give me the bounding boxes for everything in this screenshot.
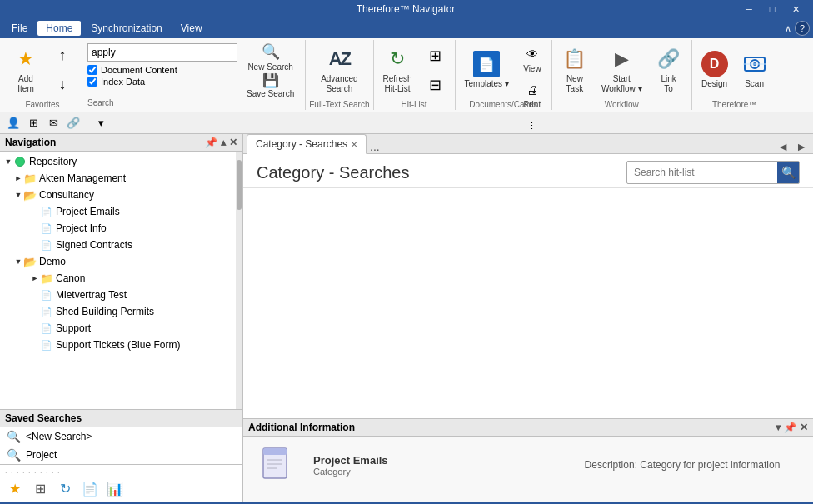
hitlist-btn2-icon: ⊟ xyxy=(426,75,446,95)
new-search-saved-item[interactable]: 🔍 <New Search> xyxy=(0,427,242,446)
tree-item-akten[interactable]: ► 📁 Akten Management xyxy=(0,170,236,187)
toolbar-person-button[interactable]: 👤 xyxy=(5,115,22,132)
index-data-check[interactable] xyxy=(87,77,97,87)
bottom-refresh-icon[interactable]: ↻ xyxy=(55,478,75,498)
demo-toggle[interactable]: ▼ xyxy=(13,257,23,267)
ribbon-group-workflow: 📋 NewTask ▶ StartWorkflow ▾ 🔗 LinkTo Wor… xyxy=(552,40,692,110)
new-search-button[interactable]: 🔍 New Search xyxy=(241,43,300,72)
hitlist-buttons: ↻ RefreshHit-List ⊞ ⊟ xyxy=(377,42,451,98)
doc-content-checkbox[interactable]: Document Content xyxy=(87,65,237,75)
additional-info-title: Additional Information xyxy=(248,422,355,433)
canon-icon: 📁 xyxy=(40,272,53,285)
minimize-button[interactable]: ─ xyxy=(738,2,760,16)
akten-toggle[interactable]: ► xyxy=(13,173,23,183)
nav-scrollbar[interactable] xyxy=(236,152,242,409)
view-button[interactable]: 👁 View xyxy=(516,42,548,76)
therefore-buttons: D Design Scan xyxy=(696,42,774,98)
add-item-button[interactable]: ★ AddItem xyxy=(7,42,45,98)
nav-pin-button[interactable]: 📌 xyxy=(205,137,217,148)
window-title: Therefore™ Navigator xyxy=(73,3,738,15)
tab-next-button[interactable]: ► xyxy=(793,140,810,153)
project-saved-icon: 🔍 xyxy=(7,448,21,462)
new-task-button[interactable]: 📋 NewTask xyxy=(556,42,594,98)
close-button[interactable]: ✕ xyxy=(785,2,806,16)
favorites-up-button[interactable]: ↑ xyxy=(47,43,78,68)
hitlist-btn1[interactable]: ⊞ xyxy=(420,43,451,68)
tree-item-demo[interactable]: ▼ 📂 Demo xyxy=(0,253,236,270)
consultancy-toggle[interactable]: ▼ xyxy=(13,190,23,200)
index-data-checkbox[interactable]: Index Data xyxy=(87,77,237,87)
toolbar-more-button[interactable]: ▾ xyxy=(92,115,109,132)
favorites-buttons: ★ AddItem ↑ ↓ xyxy=(7,42,78,98)
additional-info-panel: Additional Information ▾ 📌 ✕ xyxy=(243,418,813,502)
bottom-doc-icon[interactable]: 📄 xyxy=(80,478,100,498)
bottom-icon-bar: · · · · · · · · · · ★ ⊞ ↻ 📄 📊 xyxy=(0,464,242,502)
new-search-saved-icon: 🔍 xyxy=(7,430,21,443)
print-icon: 🖨 xyxy=(522,80,542,100)
tree-item-mietvertrag[interactable]: 📄 Mietvertrag Test xyxy=(0,287,236,303)
bottom-star-icon[interactable]: ★ xyxy=(5,478,25,498)
consultancy-label: Consultancy xyxy=(39,189,94,201)
search-input[interactable] xyxy=(87,43,237,62)
info-pin-button[interactable]: 📌 xyxy=(784,422,796,433)
content-tab-active[interactable]: Category - Searches ✕ xyxy=(247,134,367,154)
bottom-grid-icon[interactable]: ⊞ xyxy=(30,478,50,498)
tree-item-support[interactable]: 📄 Support xyxy=(0,320,236,337)
info-close-button[interactable]: ✕ xyxy=(800,422,808,433)
project-saved-item[interactable]: 🔍 Project xyxy=(0,446,242,464)
search-hit-list-button[interactable]: 🔍 xyxy=(777,162,799,183)
tree-item-project-info[interactable]: 📄 Project Info xyxy=(0,220,236,237)
docs-buttons: 📄 Templates ▾ 👁 View 🖨 Print ⋮ xyxy=(459,42,548,98)
support-toggle xyxy=(30,323,40,333)
refresh-hitlist-label: RefreshHit-List xyxy=(383,74,412,94)
bottom-dots: · · · · · · · · · · xyxy=(5,468,237,477)
menu-home[interactable]: Home xyxy=(37,21,81,36)
scan-button[interactable]: Scan xyxy=(736,42,774,98)
toolbar-link-button[interactable]: 🔗 xyxy=(65,115,82,132)
tree-item-consultancy[interactable]: ▼ 📂 Consultancy xyxy=(0,187,236,203)
tree-item-support-tickets[interactable]: 📄 Support Tickets (Blue Form) xyxy=(0,337,236,353)
menu-synchronization[interactable]: Synchronization xyxy=(82,21,170,36)
nav-scroll-thumb[interactable] xyxy=(237,160,242,210)
nav-tree: ▼ Repository ► 📁 Akten Management ▼ 📂 Co… xyxy=(0,152,236,409)
toolbar-grid-button[interactable]: ⊞ xyxy=(25,115,42,132)
new-task-icon: 📋 xyxy=(561,46,588,72)
help-icon[interactable]: ? xyxy=(795,21,810,36)
doc-content-check[interactable] xyxy=(87,65,97,75)
project-saved-label: Project xyxy=(26,449,57,461)
search-hit-list-input[interactable] xyxy=(627,164,777,181)
templates-button[interactable]: 📄 Templates ▾ xyxy=(459,42,515,98)
canon-label: Canon xyxy=(56,272,85,284)
tree-item-repository[interactable]: ▼ Repository xyxy=(0,153,236,170)
repo-toggle[interactable]: ▼ xyxy=(3,157,13,167)
bottom-chart-icon[interactable]: 📊 xyxy=(105,478,125,498)
tree-item-project-emails[interactable]: 📄 Project Emails xyxy=(0,203,236,220)
start-workflow-button[interactable]: ▶ StartWorkflow ▾ xyxy=(596,42,648,98)
additional-info-details: Project Emails Category xyxy=(313,454,548,477)
tab-more-button[interactable]: ... xyxy=(367,140,383,153)
menu-view[interactable]: View xyxy=(172,21,211,36)
menu-file[interactable]: File xyxy=(3,21,36,36)
nav-arrow-button[interactable]: ▴ xyxy=(221,137,226,148)
favorites-down-button[interactable]: ↓ xyxy=(47,72,78,97)
save-search-button[interactable]: 💾 Save Search xyxy=(241,73,300,98)
tree-item-signed-contracts[interactable]: 📄 Signed Contracts xyxy=(0,237,236,253)
info-collapse-button[interactable]: ▾ xyxy=(776,422,781,433)
link-to-button[interactable]: 🔗 LinkTo xyxy=(650,42,688,98)
shed-icon: 📄 xyxy=(40,305,53,318)
tree-item-shed[interactable]: 📄 Shed Building Permits xyxy=(0,303,236,320)
hitlist-btn2[interactable]: ⊟ xyxy=(420,72,451,97)
collapse-arrow[interactable]: ∧ xyxy=(785,23,791,34)
tab-prev-button[interactable]: ◄ xyxy=(775,140,791,153)
nav-close-button[interactable]: ✕ xyxy=(229,137,237,148)
design-button[interactable]: D Design xyxy=(696,42,734,98)
maximize-button[interactable]: □ xyxy=(761,2,783,16)
canon-toggle[interactable]: ► xyxy=(30,273,40,283)
tab-close-button[interactable]: ✕ xyxy=(351,140,357,149)
refresh-hitlist-button[interactable]: ↻ RefreshHit-List xyxy=(377,42,418,98)
toolbar-mail-button[interactable]: ✉ xyxy=(45,115,62,132)
tree-item-canon[interactable]: ► 📁 Canon xyxy=(0,270,236,287)
repo-label: Repository xyxy=(29,156,77,167)
advanced-search-button[interactable]: AZ AdvancedSearch xyxy=(315,42,363,98)
design-icon: D xyxy=(701,51,728,77)
